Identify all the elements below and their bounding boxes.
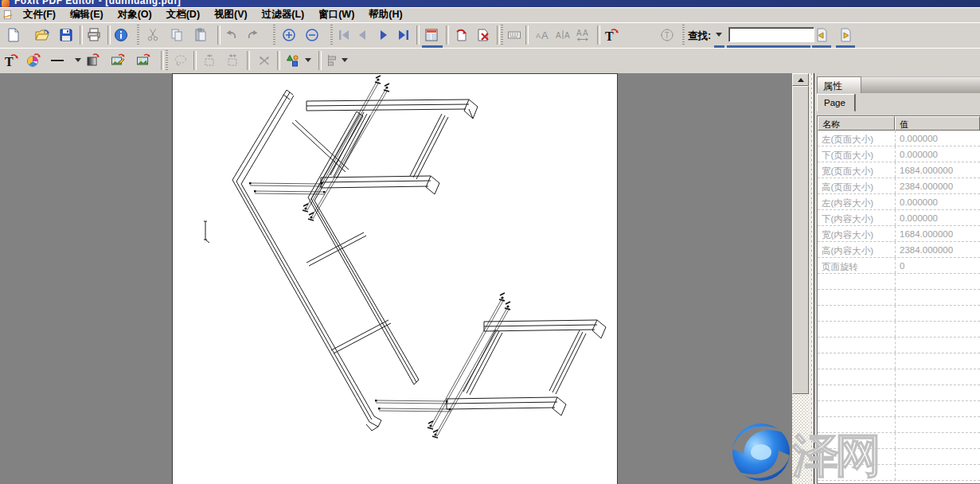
property-row[interactable]: 高(页面大小)2384.000000 [818, 178, 980, 194]
add-color-button[interactable] [24, 51, 43, 70]
insert-page-button[interactable] [452, 25, 471, 45]
page-layout-icon [424, 27, 439, 43]
toolbar-grip[interactable] [166, 50, 168, 71]
menu-document[interactable]: 文档(D) [159, 7, 207, 23]
property-row[interactable]: 左(页面大小)0.000000 [818, 131, 980, 146]
find-input[interactable] [728, 27, 814, 42]
property-value[interactable]: 2384.000000 [895, 242, 980, 257]
text-tool-button[interactable]: T [658, 25, 677, 45]
page-layout-button[interactable] [422, 25, 441, 45]
add-text-object-button[interactable]: T [2, 51, 21, 70]
property-row[interactable]: 宽(页面大小)1684.000000 [818, 162, 980, 178]
property-value[interactable]: 0.000000 [895, 146, 980, 162]
property-value[interactable]: 2384.000000 [895, 178, 980, 193]
zoom-in-button[interactable] [279, 25, 299, 45]
menu-filter[interactable]: 过滤器(L) [255, 7, 311, 23]
menu-help[interactable]: 帮助(H) [361, 7, 409, 23]
edit-image-button[interactable] [108, 51, 127, 70]
menu-view[interactable]: 视图(V) [207, 7, 255, 23]
last-page-button[interactable] [394, 25, 413, 45]
pdf-page[interactable] [172, 73, 618, 484]
find-previous-button[interactable] [812, 25, 831, 45]
toolbar-grip[interactable] [273, 25, 275, 45]
property-value[interactable]: 1684.000000 [895, 162, 980, 178]
separator [597, 25, 600, 45]
print-button[interactable] [84, 25, 103, 45]
menu-object[interactable]: 对象(O) [111, 7, 159, 23]
tab-page[interactable]: Page [817, 94, 855, 111]
redo-button[interactable] [244, 25, 263, 45]
cut-button[interactable] [143, 25, 162, 45]
gradient-icon [85, 53, 101, 68]
toolbar-grip[interactable] [501, 25, 503, 45]
find-next-button[interactable] [836, 25, 855, 45]
zoom-out-button[interactable] [303, 25, 322, 45]
line-style-caret[interactable] [75, 58, 81, 62]
document-info-button[interactable] [111, 25, 131, 45]
property-value[interactable]: 1684.000000 [895, 226, 980, 241]
property-row[interactable]: 页面旋转0 [818, 258, 980, 274]
align-icon [325, 53, 341, 68]
add-text-button[interactable]: T [602, 25, 621, 45]
panel-splitter[interactable] [809, 73, 814, 484]
undo-button[interactable] [221, 25, 240, 45]
keyboard-button[interactable] [505, 25, 524, 45]
new-document-button[interactable] [4, 25, 23, 45]
undo-icon [223, 27, 239, 43]
property-value[interactable]: 0 [895, 258, 980, 273]
paste-button[interactable] [191, 25, 210, 45]
font-kerning-button[interactable]: AA [553, 25, 572, 45]
property-row[interactable]: 下(页面大小)0.000000 [818, 146, 980, 162]
up-arrow-icon [798, 78, 804, 82]
delete-page-button[interactable] [474, 25, 493, 45]
property-row[interactable]: 高(内容大小)2384.000000 [818, 242, 980, 258]
empty-row [818, 306, 980, 322]
scroll-up-button[interactable] [792, 73, 809, 86]
property-row[interactable]: 宽(内容大小)1684.000000 [818, 226, 980, 242]
copy-button[interactable] [167, 25, 186, 45]
find-dropdown-caret[interactable] [716, 33, 722, 37]
property-row[interactable]: 下(内容大小)0.000000 [818, 210, 980, 226]
next-page-icon [376, 27, 392, 43]
properties-panel-title[interactable]: 属性 [817, 76, 861, 93]
add-image-button[interactable] [134, 51, 153, 70]
toolbar-grip[interactable] [330, 25, 333, 45]
align-objects-button[interactable] [323, 51, 342, 70]
svg-text:A: A [556, 31, 561, 40]
rotate-selection-left-button[interactable] [200, 51, 219, 70]
flip-selection-button[interactable] [255, 51, 274, 70]
vertical-scrollbar[interactable] [792, 73, 809, 484]
text-tool-icon: T [659, 27, 675, 43]
menu-file[interactable]: 文件(F) [16, 7, 63, 23]
property-row[interactable]: 左(内容大小)0.000000 [818, 194, 980, 210]
menu-edit[interactable]: 编辑(E) [63, 7, 111, 23]
save-button[interactable] [57, 25, 76, 45]
line-style-button[interactable] [48, 51, 67, 70]
column-header-value[interactable]: 值 [895, 116, 980, 131]
column-header-name[interactable]: 名称 [818, 116, 895, 131]
shapes-caret[interactable] [305, 58, 311, 62]
font-width-button[interactable]: AA [573, 25, 592, 45]
empty-row [818, 290, 980, 306]
toolbar-grip[interactable] [682, 25, 685, 45]
menu-window[interactable]: 窗口(W) [311, 7, 361, 23]
rotate-selection-right-button[interactable] [223, 51, 242, 70]
empty-row [818, 369, 980, 385]
first-page-button[interactable] [334, 25, 353, 45]
property-value[interactable]: 0.000000 [895, 194, 980, 209]
align-caret[interactable] [342, 58, 348, 62]
toolbar-grip[interactable] [137, 25, 139, 45]
property-value[interactable]: 0.000000 [895, 131, 980, 146]
lasso-select-button[interactable] [171, 51, 190, 70]
property-value[interactable]: 0.000000 [895, 210, 980, 225]
scrollbar-thumb[interactable] [792, 86, 809, 394]
insert-shapes-button[interactable] [283, 51, 303, 70]
svg-text:A: A [583, 29, 588, 37]
info-icon [113, 27, 129, 43]
previous-page-button[interactable] [353, 25, 372, 45]
open-button[interactable] [33, 25, 52, 45]
add-gradient-button[interactable] [84, 51, 103, 70]
next-page-button[interactable] [374, 25, 393, 45]
font-size-button[interactable]: AA [533, 25, 552, 45]
last-page-icon [396, 27, 412, 43]
